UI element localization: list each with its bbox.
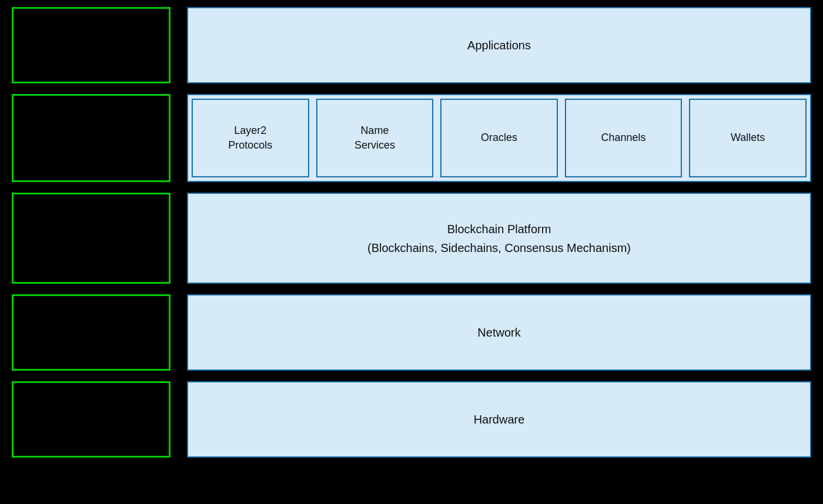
- channels-label: Channels: [601, 130, 646, 145]
- left-image-1: [12, 7, 170, 83]
- services-inner: Layer2Protocols NameServices Oracles Cha…: [187, 94, 811, 182]
- left-image-3: [12, 193, 170, 284]
- left-image-2: [12, 94, 170, 182]
- network-label: Network: [477, 324, 520, 341]
- oracles-box: Oracles: [440, 99, 558, 177]
- row-services: Layer2Protocols NameServices Oracles Cha…: [12, 94, 811, 182]
- name-services-label: NameServices: [354, 123, 395, 153]
- applications-section: Applications: [187, 7, 811, 83]
- services-section: Layer2Protocols NameServices Oracles Cha…: [187, 94, 811, 182]
- hardware-section: Hardware: [187, 381, 811, 458]
- row-network: Network: [12, 294, 811, 371]
- network-box: Network: [187, 294, 811, 371]
- blockchain-label-2: (Blockchains, Sidechains, Consensus Mech…: [367, 240, 631, 256]
- row-hardware: Hardware: [12, 381, 811, 458]
- blockchain-section: Blockchain Platform (Blockchains, Sidech…: [187, 193, 811, 284]
- hardware-label: Hardware: [474, 411, 525, 428]
- hardware-box: Hardware: [187, 381, 811, 458]
- applications-box: Applications: [187, 7, 811, 83]
- blockchain-box: Blockchain Platform (Blockchains, Sidech…: [187, 193, 811, 284]
- row-blockchain: Blockchain Platform (Blockchains, Sidech…: [12, 193, 811, 284]
- name-services-box: NameServices: [316, 99, 434, 177]
- oracles-label: Oracles: [481, 130, 517, 145]
- wallets-label: Wallets: [731, 130, 765, 145]
- left-image-4: [12, 294, 170, 371]
- layer2-protocols-box: Layer2Protocols: [192, 99, 309, 177]
- channels-box: Channels: [565, 99, 683, 177]
- network-section: Network: [187, 294, 811, 371]
- applications-label: Applications: [467, 37, 531, 53]
- blockchain-label-1: Blockchain Platform: [447, 221, 551, 237]
- left-image-5: [12, 381, 170, 458]
- layer2-label: Layer2Protocols: [228, 123, 272, 153]
- main-layout: Applications Layer2Protocols NameService…: [0, 0, 823, 504]
- wallets-box: Wallets: [689, 99, 807, 177]
- row-applications: Applications: [12, 7, 811, 83]
